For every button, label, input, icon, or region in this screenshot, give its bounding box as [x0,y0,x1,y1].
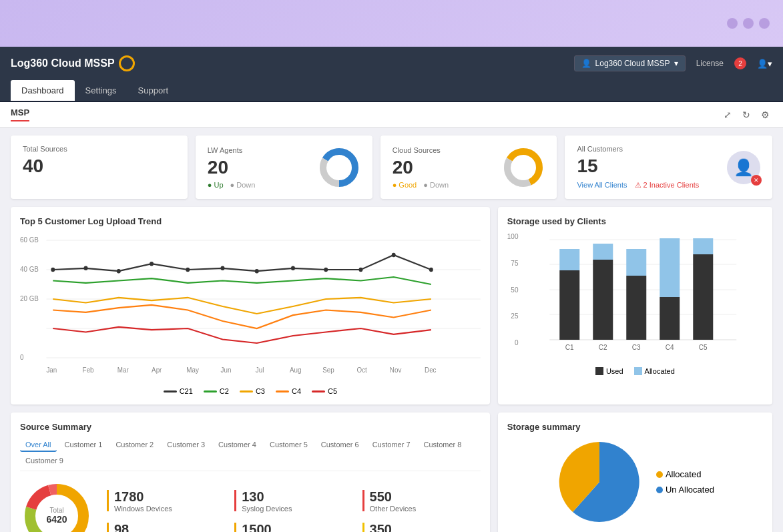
legend-c2: C2 [204,387,229,395]
other-label: Other Devices [370,505,417,513]
other-bar [362,490,364,511]
storage-clients-title: Storage used by Clients [507,216,763,226]
svg-rect-52 [627,249,647,276]
svg-point-34 [291,266,295,271]
cloud-sources-label: Cloud Sources [393,146,449,154]
notification-badge[interactable]: 2 [734,57,746,69]
lw-agents-label: LW Agents [208,146,256,154]
dot-2 [743,18,754,29]
stat-windows: 1780 Windows Devices [107,489,225,513]
source-tab-c6[interactable]: Customer 6 [316,439,364,452]
view-all-clients-link[interactable]: View All Clients [577,181,627,189]
refresh-icon[interactable]: ↻ [740,108,753,121]
all-customers-card: All Customers 15 View All Clients ⚠ 2 In… [565,136,772,199]
svg-text:C5: C5 [699,344,708,351]
app-logo: Log360 Cloud MSSP [11,55,135,71]
source-tab-c9[interactable]: Customer 9 [20,455,69,467]
legend-allocated: Allocated [634,367,675,375]
windows-bar [107,490,109,511]
y-50: 50 [507,286,519,294]
c2-label: C2 [220,387,229,395]
lw-agents-value: 20 [208,157,256,178]
settings-icon[interactable]: ⚙ [758,108,772,121]
tab-settings[interactable]: Settings [75,80,127,101]
mssp-selector[interactable]: 👤 Log360 Cloud MSSP ▾ [574,55,686,71]
cloud-sources-value: 20 [393,157,449,178]
app-header: Log360 Cloud MSSP 👤 Log360 Cloud MSSP ▾ … [0,47,783,80]
main-content: Total Sources 40 LW Agents 20 ● Up ● Dow… [0,127,783,532]
chevron-down-icon: ▾ [674,59,678,68]
svg-text:Count: Count [523,270,524,286]
avatar-icon: 👤 [734,158,754,177]
legend-c5: C5 [312,387,337,395]
svg-rect-55 [660,238,680,297]
header-right: 👤 Log360 Cloud MSSP ▾ License 2 👤▾ [574,55,772,71]
stat-gcp: 350 GCP [362,522,481,533]
msp-label: MSP [11,107,29,121]
tab-support[interactable]: Support [127,80,180,101]
source-tab-c3[interactable]: Customer 3 [162,439,210,452]
dot-1 [727,18,738,29]
syslog-value: 130 [242,489,292,505]
top-bar-decoration [727,18,770,29]
source-tabs: Over All Customer 1 Customer 2 Customer … [20,439,481,471]
syslog-label: Syslog Devices [242,505,292,513]
bar-chart-legend: Used Allocated [507,367,763,375]
svg-point-35 [324,268,328,272]
gcp-bar [362,523,364,532]
unallocated-storage-label: Un Allocated [666,485,714,495]
source-tab-c7[interactable]: Customer 7 [367,439,416,452]
legend-unallocated-storage: Un Allocated [656,485,714,495]
cloud-down-label: ● Down [423,181,449,189]
svg-point-28 [84,266,88,271]
legend-c21: C21 [164,387,193,395]
inactive-clients-label: ⚠ 2 Inactive Clients [635,181,700,189]
legend-c3: C3 [240,387,265,395]
cloud-sources-sub: ● Good ● Down [393,181,449,189]
svg-text:Jul: Jul [256,366,264,374]
expand-icon[interactable]: ⤢ [721,108,734,121]
storage-clients-card: Storage used by Clients 100 75 50 25 0 [498,207,772,405]
pie-chart-area: Allocated Un Allocated [507,439,763,525]
source-tab-c8[interactable]: Customer 8 [419,439,467,452]
source-tab-c2[interactable]: Customer 2 [110,439,159,452]
legend-allocated-storage: Allocated [656,469,714,479]
svg-text:C3: C3 [632,344,641,351]
y-axis: 100 75 50 25 0 [507,233,521,346]
upload-trend-title: Top 5 Customer Log Upload Trend [20,216,481,226]
tab-dashboard[interactable]: Dashboard [11,80,75,101]
svg-rect-54 [660,297,680,340]
svg-text:C2: C2 [599,344,607,351]
svg-point-37 [392,253,396,258]
y-25: 25 [507,312,519,320]
source-tab-c1[interactable]: Customer 1 [59,439,108,452]
line-chart-legend: C21 C2 C3 C4 C5 [20,387,481,395]
legend-used: Used [595,367,623,375]
legend-c4: C4 [276,387,301,395]
svg-text:0: 0 [20,354,24,362]
svg-text:May: May [186,366,199,374]
avatar-badge: ✕ [751,175,762,186]
svg-text:Nov: Nov [390,366,402,374]
source-tab-c5[interactable]: Customer 5 [264,439,313,452]
source-tab-c4[interactable]: Customer 4 [213,439,262,452]
c4-label: C4 [292,387,301,395]
notif-count: 2 [738,60,742,67]
nav-tabs: Dashboard Settings Support [0,80,783,102]
svg-rect-58 [694,238,714,254]
all-customers-value: 15 [577,156,699,177]
customers-info: All Customers 15 View All Clients ⚠ 2 In… [577,145,699,190]
svg-rect-45 [560,270,580,340]
svg-text:40 GB: 40 GB [20,266,39,274]
line-chart: 60 GB 40 GB 20 GB 0 Jan Feb Mar Apr May … [20,233,481,382]
inactive-count: 2 Inactive Clients [643,181,700,189]
bar-chart-container: 100 75 50 25 0 Count [507,233,763,362]
used-label: Used [606,367,623,375]
y-75: 75 [507,260,519,267]
user-menu-icon[interactable]: 👤▾ [757,59,772,69]
total-sources-label: Total Sources [23,145,176,153]
source-tab-overall[interactable]: Over All [20,439,57,452]
svg-rect-46 [560,249,580,270]
sub-header-icons: ⤢ ↻ ⚙ [721,108,772,121]
svg-text:20 GB: 20 GB [20,295,39,303]
